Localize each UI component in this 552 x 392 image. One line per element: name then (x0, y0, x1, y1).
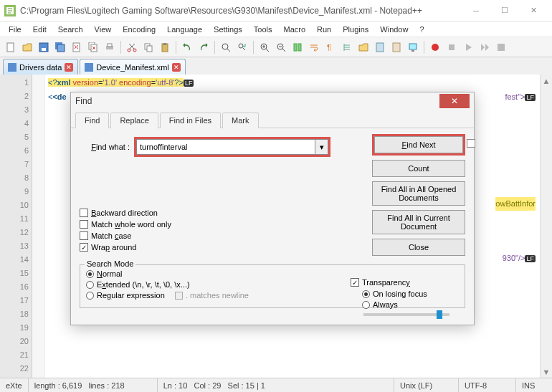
transparency-checkbox[interactable] (351, 278, 359, 287)
svg-text:¶: ¶ (327, 43, 331, 52)
menu-run[interactable]: Run (311, 24, 337, 35)
menu-encoding[interactable]: Encoding (117, 24, 161, 35)
extra-checkbox[interactable] (467, 139, 475, 148)
print-icon[interactable] (102, 39, 118, 55)
find-tab-find[interactable]: Find (75, 113, 109, 128)
menu-search[interactable]: Search (52, 24, 89, 35)
svg-rect-5 (57, 44, 65, 52)
indent-guide-icon[interactable] (339, 39, 355, 55)
window-titlebar: C:\Program Files\Logitech Gaming Softwar… (0, 0, 552, 21)
sync-v-icon[interactable] (290, 39, 305, 55)
line-gutter: 123456789101112131415161718192021222324 (0, 75, 32, 378)
tab-label: Drivers data (19, 63, 62, 72)
close-icon[interactable]: ✕ (439, 94, 470, 108)
find-icon[interactable] (218, 39, 234, 55)
svg-rect-24 (376, 43, 384, 52)
status-ln: Ln : 10 (163, 381, 188, 390)
menu-tools[interactable]: Tools (248, 24, 278, 35)
transparency-label: Transparency (362, 278, 410, 287)
menu-plugins[interactable]: Plugins (337, 24, 374, 35)
vertical-scrollbar[interactable]: ▲ ▼ (540, 75, 552, 378)
doc-map-icon[interactable] (372, 39, 388, 55)
close-button[interactable]: Close (372, 239, 465, 256)
find-tab-findinfiles[interactable]: Find in Files (160, 113, 221, 128)
svg-rect-32 (85, 63, 93, 72)
scroll-down-icon[interactable]: ▼ (541, 365, 552, 378)
svg-rect-30 (498, 44, 505, 51)
menu-file[interactable]: File (3, 24, 27, 35)
save-icon[interactable] (36, 39, 52, 55)
record-icon[interactable] (427, 39, 443, 55)
play-multi-icon[interactable] (477, 39, 492, 55)
undo-icon[interactable] (179, 39, 195, 55)
svg-rect-29 (449, 44, 455, 50)
whole-word-checkbox[interactable] (80, 220, 88, 229)
normal-radio[interactable] (86, 270, 94, 278)
menu-settings[interactable]: Settings (208, 24, 248, 35)
dot-newline-checkbox[interactable] (175, 292, 183, 300)
find-what-input[interactable] (136, 139, 315, 155)
losing-focus-radio[interactable] (362, 290, 370, 298)
replace-icon[interactable] (234, 39, 250, 55)
close-window-button[interactable]: ✕ (519, 2, 548, 19)
monitor-icon[interactable] (405, 39, 421, 55)
wrap-checkbox[interactable] (80, 243, 88, 252)
cut-icon[interactable] (124, 39, 140, 55)
backward-checkbox[interactable] (80, 209, 88, 217)
menu-macro[interactable]: Macro (277, 24, 311, 35)
extended-radio[interactable] (86, 281, 94, 289)
menu-view[interactable]: View (89, 24, 118, 35)
menu-help[interactable]: ? (414, 24, 429, 35)
slider-thumb[interactable] (437, 310, 442, 319)
save-all-icon[interactable] (52, 39, 68, 55)
folder-view-icon[interactable] (356, 39, 371, 55)
menu-edit[interactable]: Edit (27, 24, 52, 35)
tab-device-manifest[interactable]: Device_Manifest.xml ✕ (80, 59, 185, 75)
find-tab-mark[interactable]: Mark (222, 113, 258, 128)
fold-column[interactable] (32, 75, 45, 378)
svg-point-17 (222, 44, 228, 49)
wrap-icon[interactable] (306, 39, 322, 55)
tab-close-icon[interactable]: ✕ (172, 63, 181, 72)
menu-language[interactable]: Language (161, 24, 208, 35)
paste-icon[interactable] (157, 39, 173, 55)
play-icon[interactable] (460, 39, 476, 55)
show-all-icon[interactable]: ¶ (323, 39, 338, 55)
close-file-icon[interactable] (69, 39, 85, 55)
save-macro-icon[interactable] (493, 39, 509, 55)
maximize-button[interactable]: ☐ (490, 2, 519, 19)
regex-label: Regular expression (97, 291, 165, 300)
find-all-current-button[interactable]: Find All in Current Document (372, 210, 465, 234)
find-titlebar[interactable]: Find ✕ (71, 92, 474, 110)
status-eol: Unix (LF) (394, 378, 459, 392)
find-history-dropdown[interactable]: ▾ (315, 139, 328, 155)
copy-icon[interactable] (141, 39, 156, 55)
status-col: Col : 29 (194, 381, 221, 390)
status-ext: eXte (0, 378, 29, 392)
close-all-icon[interactable] (85, 39, 101, 55)
find-tabstrip: Find Replace Find in Files Mark (71, 112, 474, 128)
redo-icon[interactable] (196, 39, 211, 55)
zoom-in-icon[interactable] (257, 39, 272, 55)
regex-radio[interactable] (86, 292, 94, 300)
find-next-button[interactable]: Find Next (374, 136, 463, 153)
find-what-label: Find what : (80, 143, 130, 151)
svg-rect-27 (411, 50, 414, 52)
svg-rect-14 (147, 46, 152, 52)
find-tab-replace[interactable]: Replace (110, 113, 158, 128)
always-radio[interactable] (362, 301, 370, 309)
tab-close-icon[interactable]: ✕ (65, 63, 73, 72)
count-button[interactable]: Count (372, 160, 465, 177)
zoom-out-icon[interactable] (273, 39, 289, 55)
func-list-icon[interactable] (389, 39, 404, 55)
new-file-icon[interactable] (3, 39, 19, 55)
tab-drivers-data[interactable]: Drivers data ✕ (3, 59, 78, 75)
match-case-checkbox[interactable] (80, 231, 88, 240)
scroll-up-icon[interactable]: ▲ (541, 75, 552, 87)
transparency-slider[interactable] (363, 313, 449, 316)
minimize-button[interactable]: ─ (462, 2, 490, 19)
find-all-opened-button[interactable]: Find All in All Opened Documents (372, 181, 465, 206)
open-file-icon[interactable] (19, 39, 35, 55)
menu-window[interactable]: Window (374, 24, 414, 35)
stop-icon[interactable] (444, 39, 460, 55)
